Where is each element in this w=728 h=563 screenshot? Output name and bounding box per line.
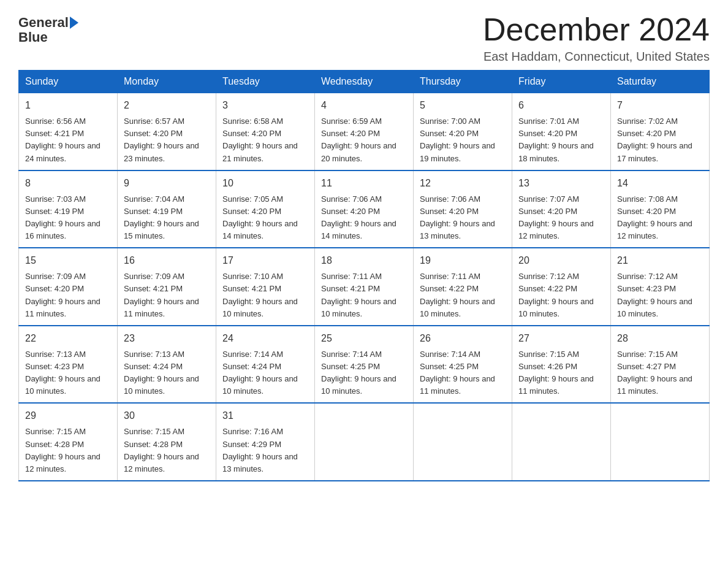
day-info: Sunrise: 7:16 AMSunset: 4:29 PMDaylight:… [222, 427, 298, 473]
calendar-week-row: 8 Sunrise: 7:03 AMSunset: 4:19 PMDayligh… [19, 170, 710, 248]
calendar-cell: 3 Sunrise: 6:58 AMSunset: 4:20 PMDayligh… [216, 93, 315, 170]
calendar-cell: 17 Sunrise: 7:10 AMSunset: 4:21 PMDaylig… [216, 248, 315, 326]
day-info: Sunrise: 7:01 AMSunset: 4:20 PMDaylight:… [518, 117, 594, 163]
calendar-cell: 5 Sunrise: 7:00 AMSunset: 4:20 PMDayligh… [414, 93, 512, 170]
calendar-week-row: 22 Sunrise: 7:13 AMSunset: 4:23 PMDaylig… [19, 326, 710, 404]
calendar-cell: 15 Sunrise: 7:09 AMSunset: 4:20 PMDaylig… [19, 248, 118, 326]
day-number: 18 [321, 253, 407, 268]
logo: General Blue [18, 12, 78, 45]
day-info: Sunrise: 7:03 AMSunset: 4:19 PMDaylight:… [25, 194, 100, 240]
calendar-cell [611, 403, 710, 481]
calendar-cell: 14 Sunrise: 7:08 AMSunset: 4:20 PMDaylig… [611, 170, 710, 248]
calendar-cell [414, 403, 512, 481]
calendar-cell: 24 Sunrise: 7:14 AMSunset: 4:24 PMDaylig… [216, 326, 315, 404]
calendar-cell: 6 Sunrise: 7:01 AMSunset: 4:20 PMDayligh… [512, 93, 611, 170]
day-info: Sunrise: 7:14 AMSunset: 4:25 PMDaylight:… [420, 350, 495, 396]
calendar-cell: 7 Sunrise: 7:02 AMSunset: 4:20 PMDayligh… [611, 93, 710, 170]
location-subtitle: East Haddam, Connecticut, United States [483, 50, 710, 64]
day-number: 25 [321, 331, 407, 346]
calendar-cell: 29 Sunrise: 7:15 AMSunset: 4:28 PMDaylig… [19, 403, 118, 481]
calendar-cell: 8 Sunrise: 7:03 AMSunset: 4:19 PMDayligh… [19, 170, 118, 248]
calendar-cell: 16 Sunrise: 7:09 AMSunset: 4:21 PMDaylig… [118, 248, 216, 326]
day-number: 13 [518, 176, 604, 191]
day-info: Sunrise: 7:08 AMSunset: 4:20 PMDaylight:… [617, 194, 692, 240]
day-number: 29 [25, 408, 111, 423]
calendar-cell: 9 Sunrise: 7:04 AMSunset: 4:19 PMDayligh… [118, 170, 216, 248]
day-info: Sunrise: 7:15 AMSunset: 4:28 PMDaylight:… [25, 427, 100, 473]
day-number: 9 [124, 176, 210, 191]
day-number: 27 [518, 331, 604, 346]
day-number: 5 [420, 98, 506, 113]
page-header: General Blue December 2024 East Haddam, … [18, 12, 710, 64]
logo-text-general: General [18, 15, 69, 30]
day-info: Sunrise: 7:07 AMSunset: 4:20 PMDaylight:… [518, 194, 594, 240]
calendar-header-thursday: Thursday [414, 71, 512, 93]
day-info: Sunrise: 6:58 AMSunset: 4:20 PMDaylight:… [222, 117, 298, 163]
month-title: December 2024 [483, 12, 710, 47]
day-info: Sunrise: 7:11 AMSunset: 4:22 PMDaylight:… [420, 272, 495, 318]
calendar-cell: 26 Sunrise: 7:14 AMSunset: 4:25 PMDaylig… [414, 326, 512, 404]
calendar-week-row: 1 Sunrise: 6:56 AMSunset: 4:21 PMDayligh… [19, 93, 710, 170]
day-number: 19 [420, 253, 506, 268]
logo-arrow-icon [70, 17, 78, 29]
day-info: Sunrise: 7:14 AMSunset: 4:24 PMDaylight:… [222, 350, 298, 396]
day-info: Sunrise: 7:15 AMSunset: 4:28 PMDaylight:… [124, 427, 199, 473]
calendar-cell: 18 Sunrise: 7:11 AMSunset: 4:21 PMDaylig… [315, 248, 414, 326]
calendar-cell: 2 Sunrise: 6:57 AMSunset: 4:20 PMDayligh… [118, 93, 216, 170]
day-number: 14 [617, 176, 703, 191]
day-number: 22 [25, 331, 111, 346]
day-info: Sunrise: 6:59 AMSunset: 4:20 PMDaylight:… [321, 117, 396, 163]
calendar-header-wednesday: Wednesday [315, 71, 414, 93]
day-number: 20 [518, 253, 604, 268]
calendar-cell: 22 Sunrise: 7:13 AMSunset: 4:23 PMDaylig… [19, 326, 118, 404]
day-number: 11 [321, 176, 407, 191]
day-info: Sunrise: 7:04 AMSunset: 4:19 PMDaylight:… [124, 194, 199, 240]
day-number: 7 [617, 98, 703, 113]
day-info: Sunrise: 7:13 AMSunset: 4:23 PMDaylight:… [25, 350, 100, 396]
calendar-cell: 4 Sunrise: 6:59 AMSunset: 4:20 PMDayligh… [315, 93, 414, 170]
day-info: Sunrise: 7:05 AMSunset: 4:20 PMDaylight:… [222, 194, 298, 240]
day-info: Sunrise: 7:13 AMSunset: 4:24 PMDaylight:… [124, 350, 199, 396]
calendar-cell: 19 Sunrise: 7:11 AMSunset: 4:22 PMDaylig… [414, 248, 512, 326]
calendar-cell: 20 Sunrise: 7:12 AMSunset: 4:22 PMDaylig… [512, 248, 611, 326]
calendar-header-friday: Friday [512, 71, 611, 93]
day-info: Sunrise: 6:57 AMSunset: 4:20 PMDaylight:… [124, 117, 199, 163]
calendar-header-sunday: Sunday [19, 71, 118, 93]
calendar-cell [315, 403, 414, 481]
day-number: 23 [124, 331, 210, 346]
calendar-table: SundayMondayTuesdayWednesdayThursdayFrid… [18, 70, 710, 481]
day-info: Sunrise: 7:12 AMSunset: 4:23 PMDaylight:… [617, 272, 692, 318]
calendar-cell: 13 Sunrise: 7:07 AMSunset: 4:20 PMDaylig… [512, 170, 611, 248]
calendar-header-monday: Monday [118, 71, 216, 93]
day-number: 30 [124, 408, 210, 423]
calendar-cell: 27 Sunrise: 7:15 AMSunset: 4:26 PMDaylig… [512, 326, 611, 404]
calendar-cell [512, 403, 611, 481]
calendar-header-saturday: Saturday [611, 71, 710, 93]
calendar-header-row: SundayMondayTuesdayWednesdayThursdayFrid… [19, 71, 710, 93]
day-number: 31 [222, 408, 308, 423]
calendar-cell: 11 Sunrise: 7:06 AMSunset: 4:20 PMDaylig… [315, 170, 414, 248]
day-info: Sunrise: 7:09 AMSunset: 4:21 PMDaylight:… [124, 272, 199, 318]
calendar-week-row: 29 Sunrise: 7:15 AMSunset: 4:28 PMDaylig… [19, 403, 710, 481]
calendar-cell: 31 Sunrise: 7:16 AMSunset: 4:29 PMDaylig… [216, 403, 315, 481]
calendar-cell: 10 Sunrise: 7:05 AMSunset: 4:20 PMDaylig… [216, 170, 315, 248]
day-number: 4 [321, 98, 407, 113]
day-info: Sunrise: 7:06 AMSunset: 4:20 PMDaylight:… [420, 194, 495, 240]
day-number: 28 [617, 331, 703, 346]
day-info: Sunrise: 7:15 AMSunset: 4:27 PMDaylight:… [617, 350, 692, 396]
logo-text-blue: Blue [18, 30, 48, 45]
calendar-cell: 21 Sunrise: 7:12 AMSunset: 4:23 PMDaylig… [611, 248, 710, 326]
day-number: 26 [420, 331, 506, 346]
calendar-header-tuesday: Tuesday [216, 71, 315, 93]
day-info: Sunrise: 7:15 AMSunset: 4:26 PMDaylight:… [518, 350, 594, 396]
day-number: 8 [25, 176, 111, 191]
day-number: 21 [617, 253, 703, 268]
day-info: Sunrise: 7:10 AMSunset: 4:21 PMDaylight:… [222, 272, 298, 318]
day-number: 2 [124, 98, 210, 113]
day-number: 3 [222, 98, 308, 113]
day-info: Sunrise: 7:00 AMSunset: 4:20 PMDaylight:… [420, 117, 495, 163]
calendar-cell: 23 Sunrise: 7:13 AMSunset: 4:24 PMDaylig… [118, 326, 216, 404]
calendar-cell: 12 Sunrise: 7:06 AMSunset: 4:20 PMDaylig… [414, 170, 512, 248]
day-info: Sunrise: 7:02 AMSunset: 4:20 PMDaylight:… [617, 117, 692, 163]
day-info: Sunrise: 7:09 AMSunset: 4:20 PMDaylight:… [25, 272, 100, 318]
